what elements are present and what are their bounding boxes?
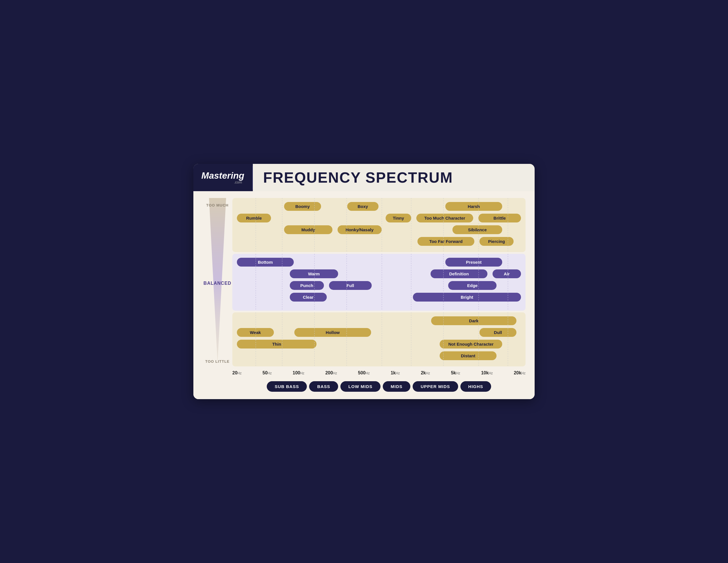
freq-5khz: 5kHz (451, 371, 460, 376)
freq-20khz: 20kHz (514, 371, 526, 376)
freq-200hz: 200Hz (325, 371, 337, 376)
pill-present: Present (445, 258, 502, 266)
freq-2khz: 2kHz (421, 371, 430, 376)
pill-not-enough-character: Not Enough Character (440, 340, 502, 349)
pill-sibilance: Sibilance (452, 225, 502, 234)
too-little-row-2: Weak Hollow Dull (237, 328, 521, 337)
pill-definition: Definition (431, 269, 487, 278)
band-upper-mids: UPPER MIDS (413, 381, 458, 392)
logo-area: Mastering .com (193, 166, 253, 189)
left-labels: TOO MUCH BALANCED TOO LITTLE (202, 198, 232, 395)
section-too-little: Dark Weak Hollow Dull Thin Not Enough Ch… (232, 313, 526, 367)
freq-10khz: 10kHz (481, 371, 493, 376)
band-mids: MIDS (383, 381, 411, 392)
pill-warm: Warm (290, 269, 338, 278)
band-labels: SUB BASS BASS LOW MIDS MIDS UPPER MIDS H… (232, 381, 526, 395)
logo-mastering: Mastering (201, 171, 244, 180)
pill-boxy: Boxy (347, 202, 379, 211)
header: Mastering .com FREQUENCY SPECTRUM (193, 164, 535, 191)
pill-punch: Punch (290, 281, 324, 290)
pill-rumble: Rumble (237, 214, 271, 222)
pill-honky-nasaly: Honky/Nasaly (338, 225, 382, 234)
freq-1khz: 1kHz (391, 371, 400, 376)
freq-500hz: 500Hz (358, 371, 370, 376)
too-little-row-3: Thin Not Enough Character (237, 340, 521, 349)
too-much-row-1: Boomy Boxy Harsh (237, 202, 521, 211)
band-low-mids: LOW MIDS (340, 381, 380, 392)
pill-dark: Dark (431, 316, 516, 325)
freq-50hz: 50Hz (262, 371, 272, 376)
too-little-row-1: Dark (237, 316, 521, 325)
pill-brittle: Brittle (478, 214, 521, 222)
pill-distant: Distant (440, 351, 497, 360)
freq-20hz: 20Hz (232, 371, 241, 376)
label-too-much: TOO MUCH (206, 203, 229, 207)
pill-edge: Edge (448, 281, 497, 290)
pill-weak: Weak (237, 328, 274, 337)
main-card: Mastering .com FREQUENCY SPECTRUM TOO MU… (193, 164, 535, 399)
pill-clear: Clear (290, 293, 327, 302)
label-too-little: TOO LITTLE (205, 359, 230, 364)
too-much-row-4: Too Far Forward Piercing (237, 237, 521, 246)
pill-too-far-forward: Too Far Forward (417, 237, 474, 246)
section-too-much: Boomy Boxy Harsh Rumble Tinny Too Much C… (232, 198, 526, 252)
pill-hollow: Hollow (294, 328, 371, 337)
balanced-row-1: Bottom Present (237, 258, 521, 266)
balanced-row-4: Clear Bright (237, 293, 521, 302)
pill-full: Full (329, 281, 372, 290)
section-balanced: Bottom Present Warm Definition Air (232, 254, 526, 311)
logo-com: .com (201, 180, 244, 184)
pill-bright: Bright (413, 293, 521, 302)
band-highs: HIGHS (460, 381, 491, 392)
page-title: FREQUENCY SPECTRUM (253, 164, 535, 191)
pill-tinny: Tinny (386, 214, 411, 222)
label-balanced: BALANCED (204, 281, 231, 286)
pill-air: Air (493, 269, 521, 278)
too-much-row-2: Rumble Tinny Too Much Character Brittle (237, 214, 521, 222)
band-bass: BASS (309, 381, 338, 392)
pill-boomy: Boomy (284, 202, 321, 211)
pill-bottom: Bottom (237, 258, 294, 266)
pill-piercing: Piercing (479, 237, 514, 246)
balanced-row-3: Punch Full Edge (237, 281, 521, 290)
pill-muddy: Muddy (284, 225, 332, 234)
pill-too-much-character: Too Much Character (416, 214, 473, 222)
pill-thin: Thin (237, 340, 317, 349)
pill-dull: Dull (479, 328, 516, 337)
band-sub-bass: SUB BASS (267, 381, 307, 392)
too-much-row-3: Muddy Honky/Nasaly Sibilance (237, 225, 521, 234)
chart-area: Boomy Boxy Harsh Rumble Tinny Too Much C… (232, 198, 526, 395)
pill-harsh: Harsh (445, 202, 502, 211)
freq-100hz: 100Hz (293, 371, 304, 376)
too-little-row-4: Distant (237, 351, 521, 360)
main-content: TOO MUCH BALANCED TOO LITTLE (193, 191, 535, 399)
balanced-row-2: Warm Definition Air (237, 269, 521, 278)
freq-axis: 20Hz 50Hz 100Hz 200Hz 500Hz 1kHz 2kHz 5k… (232, 368, 526, 377)
